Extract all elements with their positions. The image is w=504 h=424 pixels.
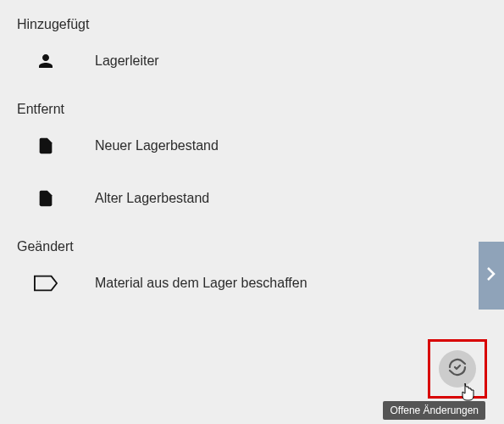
- file-icon: [34, 134, 58, 158]
- section-removed: Entfernt Neuer Lagerbestand Alter Lagerb…: [17, 102, 487, 210]
- section-title-changed: Geändert: [17, 239, 487, 254]
- next-button[interactable]: [479, 242, 504, 310]
- list-item[interactable]: Neuer Lagerbestand: [34, 134, 487, 158]
- item-label: Material aus dem Lager beschaffen: [95, 276, 307, 291]
- item-label: Alter Lagerbestand: [95, 191, 209, 206]
- chevron-right-icon: [486, 266, 496, 285]
- section-changed: Geändert Material aus dem Lager beschaff…: [17, 239, 487, 295]
- list-item[interactable]: Material aus dem Lager beschaffen: [34, 271, 487, 295]
- section-title-removed: Entfernt: [17, 102, 487, 117]
- list-item[interactable]: Alter Lagerbestand: [34, 187, 487, 210]
- section-title-added: Hinzugefügt: [17, 17, 487, 32]
- section-added: Hinzugefügt Lagerleiter: [17, 17, 487, 73]
- file-icon: [34, 187, 58, 210]
- sync-icon: [447, 357, 468, 381]
- list-item[interactable]: Lagerleiter: [34, 49, 487, 73]
- person-icon: [34, 49, 58, 73]
- tag-icon: [34, 271, 58, 295]
- sync-button[interactable]: [439, 350, 476, 388]
- item-label: Lagerleiter: [95, 53, 159, 69]
- tooltip: Offene Änderungen: [383, 401, 485, 420]
- sync-highlight: [428, 339, 487, 399]
- item-label: Neuer Lagerbestand: [95, 138, 219, 153]
